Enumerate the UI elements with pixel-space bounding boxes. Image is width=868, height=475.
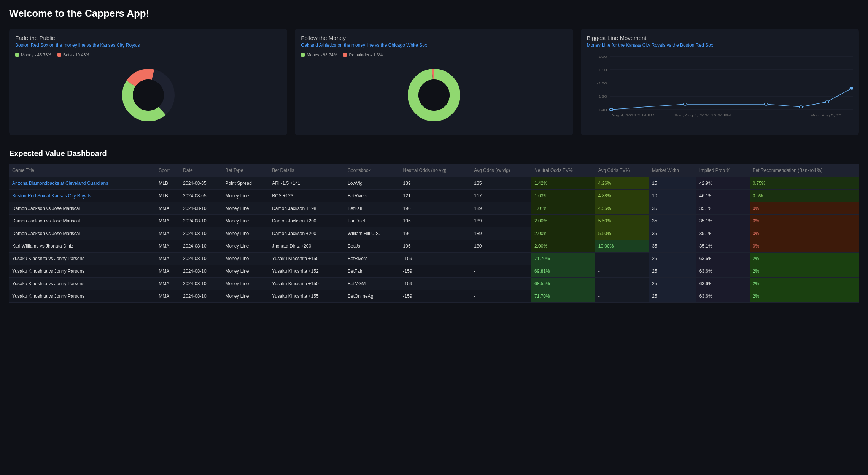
cell-date: 2024-08-10 [180,240,222,252]
cell-avg-odds: 117 [471,189,531,202]
cell-market-width: 35 [649,240,696,252]
cell-bet-type: Money Line [222,252,269,265]
svg-point-17 [764,103,768,105]
cell-bet-rec: 2% [750,252,859,265]
cell-market-width: 10 [649,189,696,202]
cell-game[interactable]: Boston Red Sox at Kansas City Royals [9,189,156,202]
cell-avg-odds: - [471,290,531,302]
top-section: Fade the Public Boston Red Sox on the mo… [9,29,859,135]
col-implied-prob: Implied Prob % [696,164,750,177]
cell-market-width: 25 [649,277,696,290]
table-row: Damon Jackson vs Jose Mariscal MMA 2024-… [9,202,859,214]
cell-neutral-odds: 121 [400,189,471,202]
svg-text:-110: -110 [596,68,607,71]
cell-sportsbook: BetFair [345,202,400,214]
ev-dashboard: Expected Value Dashboard Game Title Spor… [9,149,859,303]
col-game-title: Game Title [9,164,156,177]
table-row: Damon Jackson vs Jose Mariscal MMA 2024-… [9,214,859,227]
cell-sport: MMA [156,202,180,214]
ftm-donut-svg [404,65,464,126]
svg-text:Aug 4, 2024 2:14 PM: Aug 4, 2024 2:14 PM [611,114,655,117]
cell-avg-ev: 4.55% [595,202,649,214]
cell-sport: MMA [156,252,180,265]
cell-bet-details: Damon Jackson +198 [269,202,345,214]
fade-the-public-title: Fade the Public [15,35,281,41]
svg-point-15 [609,108,613,111]
svg-point-18 [799,106,803,108]
cell-date: 2024-08-10 [180,277,222,290]
follow-the-money-subtitle: Oakland Athletics on the money line vs t… [301,43,567,49]
fade-the-public-subtitle: Boston Red Sox on the money line vs the … [15,43,281,49]
cell-market-width: 25 [649,252,696,265]
cell-avg-odds: 189 [471,202,531,214]
cell-bet-rec: 0% [750,214,859,227]
table-row: Karl Williams vs Jhonata Diniz MMA 2024-… [9,240,859,252]
cell-neutral-odds: 196 [400,214,471,227]
cell-sportsbook: William Hill U.S. [345,227,400,240]
cell-avg-ev: 4.26% [595,177,649,189]
cell-implied-prob: 63.6% [696,290,750,302]
cell-sport: MMA [156,214,180,227]
cell-market-width: 35 [649,227,696,240]
svg-text:-100: -100 [596,55,607,58]
cell-sport: MMA [156,227,180,240]
cell-avg-odds: 189 [471,214,531,227]
cell-bet-type: Money Line [222,265,269,277]
cell-bet-rec: 0.5% [750,189,859,202]
follow-the-money-card: Follow the Money Oakland Athletics on th… [295,29,573,135]
cell-market-width: 35 [649,214,696,227]
cell-bet-rec: 0.75% [750,177,859,189]
svg-text:Sun, Aug 4, 2024 10:34 PM: Sun, Aug 4, 2024 10:34 PM [674,114,731,117]
cell-game: Yusaku Kinoshita vs Jonny Parsons [9,252,156,265]
ftm-donut-hole [418,79,450,111]
cell-date: 2024-08-10 [180,202,222,214]
cell-neutral-odds: 196 [400,202,471,214]
cell-bet-type: Money Line [222,202,269,214]
cell-implied-prob: 42.9% [696,177,750,189]
table-row: Yusaku Kinoshita vs Jonny Parsons MMA 20… [9,290,859,302]
cell-date: 2024-08-10 [180,252,222,265]
cell-game[interactable]: Arizona Diamondbacks at Cleveland Guardi… [9,177,156,189]
cell-date: 2024-08-10 [180,290,222,302]
cell-neutral-ev: 71.70% [531,290,595,302]
ftm-label-remainder: Remainder - 1.3% [349,52,383,57]
table-row: Boston Red Sox at Kansas City Royals MLB… [9,189,859,202]
table-row: Arizona Diamondbacks at Cleveland Guardi… [9,177,859,189]
legend-dot-money [15,53,19,57]
cell-bet-details: Damon Jackson +200 [269,214,345,227]
cell-avg-ev: 5.50% [595,214,649,227]
cell-neutral-ev: 69.81% [531,265,595,277]
cell-avg-odds: - [471,252,531,265]
cell-bet-details: Yusaku Kinoshita +155 [269,290,345,302]
ftm-dot-money [301,53,305,57]
cell-implied-prob: 63.6% [696,277,750,290]
cell-sportsbook: FanDuel [345,214,400,227]
legend-item-money: Money - 45.73% [15,52,51,57]
cell-bet-type: Money Line [222,189,269,202]
svg-point-19 [825,101,828,103]
cell-bet-details: Yusaku Kinoshita +152 [269,265,345,277]
cell-neutral-ev: 71.70% [531,252,595,265]
cell-bet-details: Damon Jackson +200 [269,227,345,240]
cell-bet-type: Money Line [222,240,269,252]
cell-date: 2024-08-10 [180,214,222,227]
legend-item-bets: Bets - 19.43% [57,52,89,57]
cell-bet-rec: 2% [750,277,859,290]
col-avg-odds: Avg Odds (w/ vig) [471,164,531,177]
cell-implied-prob: 63.6% [696,252,750,265]
cell-date: 2024-08-05 [180,189,222,202]
svg-text:-130: -130 [596,95,607,98]
cell-neutral-ev: 1.63% [531,189,595,202]
ftm-label-money: Money - 98.74% [307,52,337,57]
svg-point-16 [684,103,687,105]
cell-avg-odds: 180 [471,240,531,252]
ftm-legend-remainder: Remainder - 1.3% [343,52,383,57]
cell-bet-rec: 2% [750,265,859,277]
cell-neutral-ev: 2.00% [531,227,595,240]
svg-text:-120: -120 [596,81,607,85]
ftm-legend-money: Money - 98.74% [301,52,337,57]
cell-sportsbook: BetFair [345,265,400,277]
cell-avg-ev: - [595,252,649,265]
cell-neutral-odds: 196 [400,227,471,240]
cell-neutral-ev: 2.00% [531,240,595,252]
